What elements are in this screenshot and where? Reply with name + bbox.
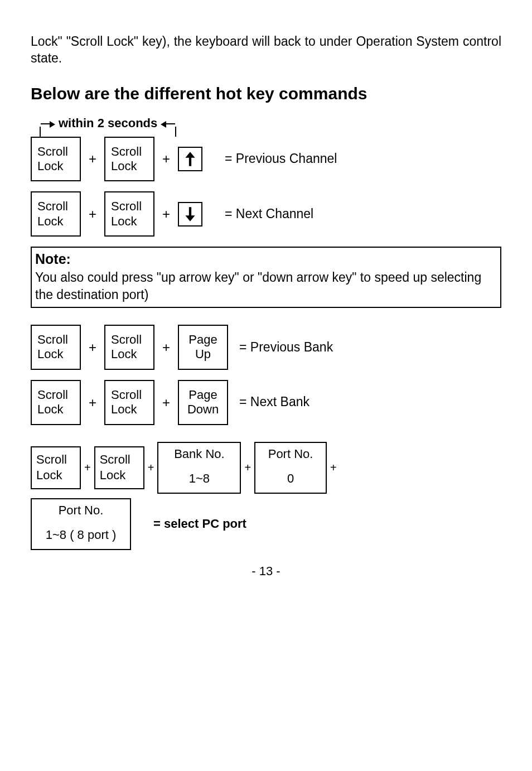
plus-text: + [89, 394, 96, 411]
up-arrow-key-icon [178, 147, 202, 171]
hotkey-previous-bank: Scroll Lock + Scroll Lock + Page Up = Pr… [31, 325, 501, 370]
hotkey-select-pc-port-line2: Port No. 1~8 ( 8 port ) = select PC port [31, 498, 501, 550]
page-heading: Below are the different hot key commands [31, 83, 501, 104]
scroll-lock-key: Scroll Lock [104, 191, 154, 237]
hotkey-select-pc-port-line1: Scroll Lock + Scroll Lock + Bank No. 1~8… [31, 442, 501, 494]
page-number: - 13 - [31, 563, 501, 580]
page-up-key: Page Up [178, 325, 228, 370]
port-no-range: 1~8 ( 8 port ) [32, 527, 130, 543]
plus-text: + [148, 460, 154, 475]
scroll-lock-key: Scroll Lock [104, 380, 154, 425]
port-no-label: Port No. [255, 446, 326, 462]
scroll-lock-key: Scroll Lock [31, 446, 81, 489]
page-down-key: Page Down [178, 380, 228, 425]
plus-text: + [89, 205, 96, 223]
bank-no-range: 1~8 [158, 471, 240, 487]
hotkey-next-bank: Scroll Lock + Scroll Lock + Page Down = … [31, 380, 501, 425]
scroll-lock-key: Scroll Lock [104, 325, 154, 370]
plus-text: + [162, 205, 170, 223]
plus-text: + [244, 460, 251, 475]
within-2-seconds-indicator: within 2 seconds [36, 115, 501, 132]
plus-text: + [162, 394, 170, 411]
hotkey-next-channel: Scroll Lock + Scroll Lock + = Next Chann… [31, 191, 501, 237]
plus-text: + [330, 460, 337, 475]
scroll-lock-key: Scroll Lock [31, 325, 81, 370]
plus-text: + [89, 150, 96, 167]
plus-text: + [162, 150, 170, 167]
result-previous-channel: = Previous Channel [225, 151, 337, 167]
intro-text: Lock" "Scroll Lock" key), the keyboard w… [31, 33, 501, 67]
down-arrow-key-icon [178, 202, 202, 227]
svg-marker-0 [185, 152, 195, 166]
scroll-lock-key: Scroll Lock [31, 191, 81, 237]
result-select-pc-port: = select PC port [153, 516, 246, 532]
result-previous-bank: = Previous Bank [239, 339, 333, 356]
plus-text: + [162, 339, 170, 356]
note-box: Note: You also could press "up arrow key… [31, 247, 501, 308]
hotkey-previous-channel: Scroll Lock + Scroll Lock + = Previous C… [31, 137, 501, 182]
scroll-lock-key: Scroll Lock [31, 137, 81, 182]
result-next-bank: = Next Bank [239, 394, 309, 411]
bank-no-key: Bank No. 1~8 [157, 442, 241, 494]
plus-text: + [89, 339, 96, 356]
scroll-lock-key: Scroll Lock [94, 446, 144, 489]
scroll-lock-key: Scroll Lock [104, 137, 154, 182]
port-no-key-zero: Port No. 0 [254, 442, 327, 494]
port-no-label: Port No. [32, 503, 130, 519]
note-body: You also could press "up arrow key" or "… [35, 270, 481, 302]
port-no-zero: 0 [255, 471, 326, 487]
svg-marker-1 [185, 207, 195, 221]
bank-no-label: Bank No. [158, 446, 240, 462]
plus-text: + [84, 460, 91, 475]
within-label: within 2 seconds [59, 115, 157, 132]
result-next-channel: = Next Channel [225, 206, 313, 223]
scroll-lock-key: Scroll Lock [31, 380, 81, 425]
port-no-key-range: Port No. 1~8 ( 8 port ) [31, 498, 131, 550]
note-title: Note: [35, 251, 71, 267]
